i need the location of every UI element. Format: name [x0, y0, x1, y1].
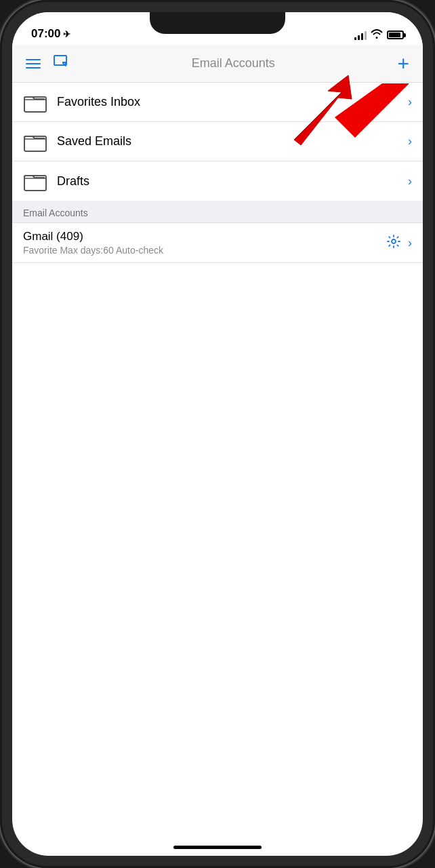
favorites-inbox-label: Favorites Inbox	[57, 95, 408, 109]
account-subtitle: Favorite Max days:60 Auto-check	[23, 245, 386, 256]
phone-frame: 07:00 ✈	[0, 0, 435, 868]
notch	[150, 12, 285, 34]
signal-icon	[354, 31, 367, 40]
favorites-inbox-item[interactable]: Favorites Inbox ›	[12, 83, 423, 122]
add-account-button[interactable]: +	[397, 54, 409, 74]
nav-bar: Email Accounts +	[12, 45, 423, 83]
drafts-item[interactable]: Drafts ›	[12, 161, 423, 201]
account-chevron: ›	[408, 236, 412, 250]
location-icon: ✈	[63, 29, 70, 39]
drafts-label: Drafts	[57, 174, 408, 189]
svg-point-4	[392, 239, 396, 243]
status-time: 07:00 ✈	[31, 27, 70, 41]
drafts-chevron: ›	[408, 174, 412, 189]
accounts-list: Gmail (409) Favorite Max days:60 Auto-ch…	[12, 223, 423, 263]
folder-icon	[23, 130, 47, 154]
folder-list: Favorites Inbox › Saved Emails › Dra	[12, 83, 423, 201]
compose-button[interactable]	[53, 54, 69, 73]
account-name: Gmail (409)	[23, 230, 386, 243]
folder-icon	[23, 169, 47, 193]
home-indicator	[173, 846, 262, 849]
saved-emails-chevron: ›	[408, 134, 412, 149]
hamburger-button[interactable]	[26, 59, 41, 68]
email-accounts-section-header: Email Accounts	[12, 201, 423, 223]
nav-title: Email Accounts	[69, 56, 397, 71]
saved-emails-label: Saved Emails	[57, 134, 408, 149]
gmail-account-item[interactable]: Gmail (409) Favorite Max days:60 Auto-ch…	[12, 223, 423, 263]
time-display: 07:00	[31, 27, 60, 41]
account-info: Gmail (409) Favorite Max days:60 Auto-ch…	[23, 230, 386, 256]
folder-icon	[23, 90, 47, 115]
status-icons	[354, 29, 404, 41]
battery-icon	[387, 31, 404, 39]
wifi-icon	[371, 29, 383, 41]
settings-icon[interactable]	[386, 234, 401, 252]
favorites-inbox-chevron: ›	[408, 95, 412, 109]
account-actions: ›	[386, 234, 412, 252]
saved-emails-item[interactable]: Saved Emails ›	[12, 122, 423, 161]
phone-screen: 07:00 ✈	[12, 12, 423, 856]
